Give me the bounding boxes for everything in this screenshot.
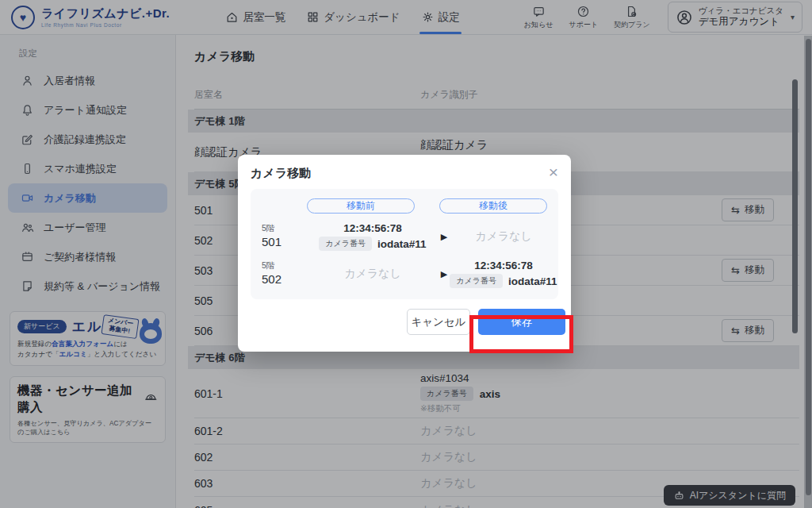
- app-window: ♥ ライフリズムナビ.+Dr. Life Rhythm Navi Plus Do…: [0, 0, 812, 508]
- room-number: 501: [262, 234, 317, 250]
- dialog-title: カメラ移動: [251, 166, 311, 181]
- camera-number-tag: カメラ番号: [450, 274, 503, 288]
- floor-label: 5階: [262, 223, 317, 234]
- arrow-right-icon: ▶: [428, 232, 460, 242]
- camera-id: iodata#11: [508, 275, 557, 287]
- no-camera-label: カメラなし: [460, 229, 547, 244]
- camera-number-tag: カメラ番号: [319, 237, 372, 251]
- cancel-button[interactable]: キャンセル: [407, 309, 470, 335]
- after-move-label: 移動後: [439, 198, 547, 214]
- move-summary-panel: 移動前 移動後 5階 501 12:34:56:78 カメラ番号 iodata#…: [251, 189, 558, 299]
- move-row: 5階 501 12:34:56:78 カメラ番号 iodata#11 ▶ カメラ…: [262, 222, 547, 251]
- camera-mac: 12:34:56:78: [317, 222, 428, 234]
- room-number: 502: [262, 271, 317, 287]
- no-camera-label: カメラなし: [317, 267, 428, 281]
- floor-label: 5階: [262, 260, 317, 271]
- camera-mac: 12:34:56:78: [460, 260, 547, 271]
- close-icon[interactable]: ×: [549, 166, 558, 179]
- save-button[interactable]: 保存: [478, 309, 565, 335]
- before-move-label: 移動前: [307, 198, 415, 214]
- camera-move-dialog: カメラ移動 × 移動前 移動後 5階 501 12:34:56:78 カメラ番号…: [238, 155, 571, 352]
- move-row: 5階 502 カメラなし ▶ 12:34:56:78 カメラ番号 iodata#…: [262, 260, 547, 288]
- camera-id: iodata#11: [377, 238, 427, 250]
